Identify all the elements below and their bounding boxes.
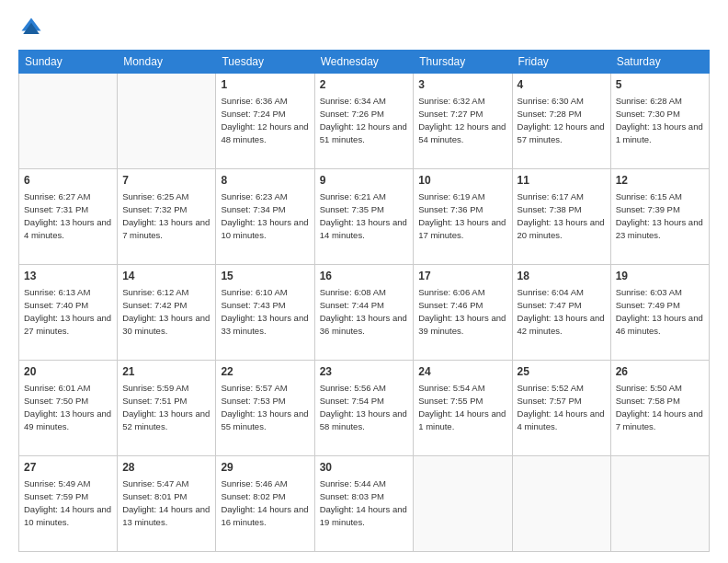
day-cell	[414, 456, 512, 552]
day-info: Sunrise: 5:57 AM Sunset: 7:53 PM Dayligh…	[221, 383, 308, 431]
day-number: 24	[418, 364, 506, 380]
calendar-table: SundayMondayTuesdayWednesdayThursdayFrid…	[18, 50, 710, 552]
day-info: Sunrise: 6:08 AM Sunset: 7:44 PM Dayligh…	[320, 287, 407, 336]
day-cell: 16Sunrise: 6:08 AM Sunset: 7:44 PM Dayli…	[314, 265, 414, 361]
day-info: Sunrise: 6:34 AM Sunset: 7:26 PM Dayligh…	[320, 96, 407, 144]
day-cell: 28Sunrise: 5:47 AM Sunset: 8:01 PM Dayli…	[118, 456, 216, 552]
logo	[18, 15, 48, 40]
day-number: 22	[221, 364, 309, 380]
day-number: 28	[122, 460, 210, 476]
day-info: Sunrise: 6:15 AM Sunset: 7:39 PM Dayligh…	[616, 191, 703, 240]
day-info: Sunrise: 5:59 AM Sunset: 7:51 PM Dayligh…	[122, 383, 210, 431]
day-number: 5	[616, 77, 704, 93]
day-info: Sunrise: 6:04 AM Sunset: 7:47 PM Dayligh…	[518, 287, 605, 336]
day-cell: 21Sunrise: 5:59 AM Sunset: 7:51 PM Dayli…	[118, 361, 216, 456]
day-info: Sunrise: 6:19 AM Sunset: 7:36 PM Dayligh…	[418, 191, 506, 240]
day-number: 4	[518, 77, 606, 93]
day-cell: 23Sunrise: 5:56 AM Sunset: 7:54 PM Dayli…	[314, 361, 414, 456]
day-info: Sunrise: 6:23 AM Sunset: 7:34 PM Dayligh…	[221, 191, 308, 240]
day-cell: 3Sunrise: 6:32 AM Sunset: 7:27 PM Daylig…	[414, 74, 512, 169]
day-number: 11	[518, 173, 606, 189]
day-number: 26	[616, 364, 704, 380]
day-number: 7	[122, 173, 210, 189]
day-info: Sunrise: 5:44 AM Sunset: 8:03 PM Dayligh…	[320, 478, 407, 527]
day-cell: 1Sunrise: 6:36 AM Sunset: 7:24 PM Daylig…	[216, 74, 314, 169]
weekday-header-saturday: Saturday	[610, 51, 709, 74]
day-cell: 18Sunrise: 6:04 AM Sunset: 7:47 PM Dayli…	[512, 265, 610, 361]
week-row-3: 13Sunrise: 6:13 AM Sunset: 7:40 PM Dayli…	[19, 265, 710, 361]
day-number: 27	[24, 460, 112, 476]
day-cell: 12Sunrise: 6:15 AM Sunset: 7:39 PM Dayli…	[610, 169, 709, 265]
day-cell: 29Sunrise: 5:46 AM Sunset: 8:02 PM Dayli…	[216, 456, 314, 552]
day-cell	[610, 456, 709, 552]
weekday-header-sunday: Sunday	[19, 51, 118, 74]
day-info: Sunrise: 5:50 AM Sunset: 7:58 PM Dayligh…	[616, 383, 703, 431]
day-cell: 27Sunrise: 5:49 AM Sunset: 7:59 PM Dayli…	[19, 456, 118, 552]
day-info: Sunrise: 6:25 AM Sunset: 7:32 PM Dayligh…	[122, 191, 210, 240]
day-number: 9	[320, 173, 409, 189]
day-cell: 8Sunrise: 6:23 AM Sunset: 7:34 PM Daylig…	[216, 169, 314, 265]
day-cell: 22Sunrise: 5:57 AM Sunset: 7:53 PM Dayli…	[216, 361, 314, 456]
day-cell: 5Sunrise: 6:28 AM Sunset: 7:30 PM Daylig…	[610, 74, 709, 169]
header	[18, 15, 710, 40]
day-info: Sunrise: 5:47 AM Sunset: 8:01 PM Dayligh…	[122, 478, 210, 527]
day-cell: 15Sunrise: 6:10 AM Sunset: 7:43 PM Dayli…	[216, 265, 314, 361]
weekday-header-friday: Friday	[512, 51, 610, 74]
day-info: Sunrise: 6:03 AM Sunset: 7:49 PM Dayligh…	[616, 287, 703, 336]
weekday-header-monday: Monday	[118, 51, 216, 74]
day-info: Sunrise: 5:46 AM Sunset: 8:02 PM Dayligh…	[221, 478, 308, 527]
day-info: Sunrise: 5:52 AM Sunset: 7:57 PM Dayligh…	[518, 383, 605, 431]
day-cell: 26Sunrise: 5:50 AM Sunset: 7:58 PM Dayli…	[610, 361, 709, 456]
day-cell: 7Sunrise: 6:25 AM Sunset: 7:32 PM Daylig…	[118, 169, 216, 265]
weekday-header-wednesday: Wednesday	[314, 51, 414, 74]
week-row-1: 1Sunrise: 6:36 AM Sunset: 7:24 PM Daylig…	[19, 74, 710, 169]
week-row-5: 27Sunrise: 5:49 AM Sunset: 7:59 PM Dayli…	[19, 456, 710, 552]
day-info: Sunrise: 6:10 AM Sunset: 7:43 PM Dayligh…	[221, 287, 308, 336]
weekday-header-tuesday: Tuesday	[216, 51, 314, 74]
page: SundayMondayTuesdayWednesdayThursdayFrid…	[0, 0, 728, 563]
day-info: Sunrise: 5:49 AM Sunset: 7:59 PM Dayligh…	[24, 478, 111, 527]
day-cell: 19Sunrise: 6:03 AM Sunset: 7:49 PM Dayli…	[610, 265, 709, 361]
day-cell: 6Sunrise: 6:27 AM Sunset: 7:31 PM Daylig…	[19, 169, 118, 265]
day-cell: 10Sunrise: 6:19 AM Sunset: 7:36 PM Dayli…	[414, 169, 512, 265]
day-info: Sunrise: 6:21 AM Sunset: 7:35 PM Dayligh…	[320, 191, 407, 240]
day-info: Sunrise: 6:01 AM Sunset: 7:50 PM Dayligh…	[24, 383, 111, 431]
day-number: 30	[320, 460, 409, 476]
day-number: 8	[221, 173, 309, 189]
day-number: 20	[24, 364, 112, 380]
day-info: Sunrise: 5:56 AM Sunset: 7:54 PM Dayligh…	[320, 383, 407, 431]
day-number: 16	[320, 269, 409, 284]
day-cell	[118, 74, 216, 169]
day-cell	[512, 456, 610, 552]
day-cell: 4Sunrise: 6:30 AM Sunset: 7:28 PM Daylig…	[512, 74, 610, 169]
day-number: 3	[418, 77, 506, 93]
week-row-4: 20Sunrise: 6:01 AM Sunset: 7:50 PM Dayli…	[19, 361, 710, 456]
day-cell: 17Sunrise: 6:06 AM Sunset: 7:46 PM Dayli…	[414, 265, 512, 361]
day-info: Sunrise: 6:27 AM Sunset: 7:31 PM Dayligh…	[24, 191, 111, 240]
day-info: Sunrise: 6:30 AM Sunset: 7:28 PM Dayligh…	[518, 96, 605, 144]
day-number: 13	[24, 269, 112, 284]
day-number: 1	[221, 77, 309, 93]
day-number: 10	[418, 173, 506, 189]
day-number: 15	[221, 269, 309, 284]
day-cell: 30Sunrise: 5:44 AM Sunset: 8:03 PM Dayli…	[314, 456, 414, 552]
day-cell: 20Sunrise: 6:01 AM Sunset: 7:50 PM Dayli…	[19, 361, 118, 456]
day-number: 21	[122, 364, 210, 380]
day-number: 2	[320, 77, 409, 93]
day-number: 6	[24, 173, 112, 189]
day-cell: 13Sunrise: 6:13 AM Sunset: 7:40 PM Dayli…	[19, 265, 118, 361]
day-cell	[19, 74, 118, 169]
day-info: Sunrise: 6:12 AM Sunset: 7:42 PM Dayligh…	[122, 287, 210, 336]
day-info: Sunrise: 6:32 AM Sunset: 7:27 PM Dayligh…	[418, 96, 506, 144]
week-row-2: 6Sunrise: 6:27 AM Sunset: 7:31 PM Daylig…	[19, 169, 710, 265]
day-number: 14	[122, 269, 210, 284]
day-number: 18	[518, 269, 606, 284]
day-info: Sunrise: 6:06 AM Sunset: 7:46 PM Dayligh…	[418, 287, 506, 336]
day-number: 19	[616, 269, 704, 284]
day-info: Sunrise: 6:36 AM Sunset: 7:24 PM Dayligh…	[221, 96, 308, 144]
day-number: 12	[616, 173, 704, 189]
day-info: Sunrise: 6:28 AM Sunset: 7:30 PM Dayligh…	[616, 96, 703, 144]
day-number: 23	[320, 364, 409, 380]
weekday-header-row: SundayMondayTuesdayWednesdayThursdayFrid…	[19, 51, 710, 74]
day-number: 17	[418, 269, 506, 284]
